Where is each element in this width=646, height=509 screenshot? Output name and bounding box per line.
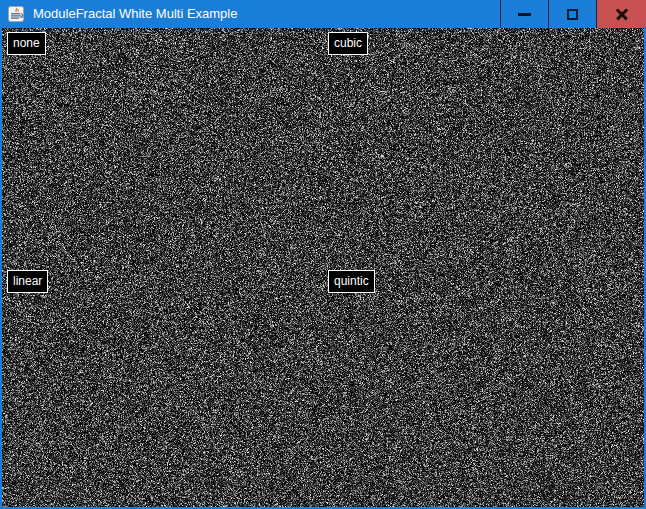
noise-canvas	[2, 28, 644, 507]
minimize-button[interactable]	[500, 0, 548, 28]
noise-viewport: none cubic linear quintic	[0, 28, 646, 509]
window-controls	[500, 0, 646, 28]
maximize-icon	[567, 9, 578, 20]
quadrant-label-quintic: quintic	[328, 270, 375, 293]
window: ModuleFractal White Multi Example none c…	[0, 0, 646, 509]
java-coffee-icon[interactable]	[8, 6, 24, 22]
quadrant-label-none: none	[7, 32, 46, 55]
quadrant-label-cubic: cubic	[328, 32, 368, 55]
close-button[interactable]	[596, 0, 646, 28]
titlebar[interactable]: ModuleFractal White Multi Example	[0, 0, 646, 28]
minimize-icon	[518, 13, 531, 16]
close-icon	[615, 7, 629, 21]
quadrant-label-linear: linear	[7, 270, 48, 293]
maximize-button[interactable]	[548, 0, 596, 28]
window-title: ModuleFractal White Multi Example	[33, 0, 237, 28]
